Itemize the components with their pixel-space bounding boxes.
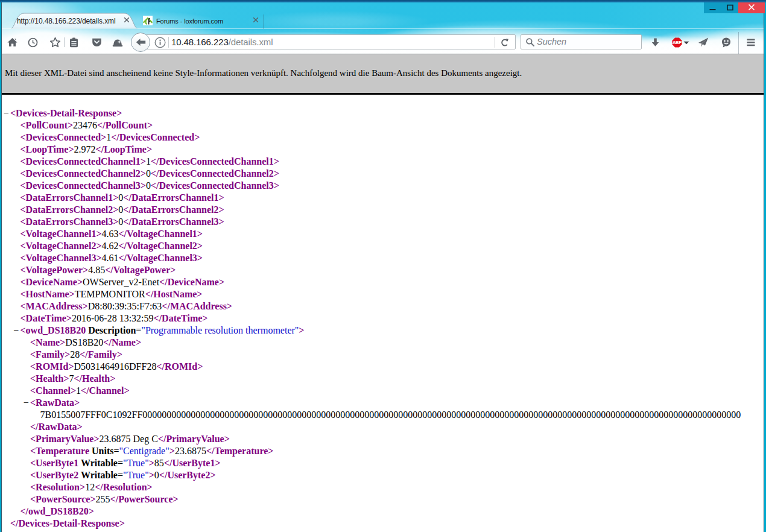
xml-equals: = [136, 325, 141, 335]
tab-inactive[interactable]: Forums - loxforum.com [140, 13, 264, 28]
xml-text: 7B0155007FFF0C1092FF00000000000000000000… [40, 410, 741, 420]
xml-markup: </RawData> [30, 422, 83, 432]
window-border-right [764, 2, 766, 532]
chat-smiley-icon[interactable] [721, 37, 731, 48]
downloads-icon[interactable] [651, 38, 660, 47]
send-plane-icon[interactable] [698, 37, 709, 47]
xml-line: <DevicesConnectedChannel3>0</DevicesConn… [2, 180, 764, 192]
xml-attr-name: Writable [81, 470, 118, 480]
xml-markup: </DevicesConnectedChannel1> [151, 156, 279, 166]
xml-line: <UserByte1 Writable="True">85</UserByte1… [2, 457, 764, 469]
xml-text: 0 [146, 168, 151, 179]
bookmark-star-icon[interactable] [49, 37, 61, 48]
menu-icon[interactable] [747, 39, 755, 46]
xml-equals: = [118, 458, 123, 468]
back-button[interactable] [131, 33, 150, 52]
xml-line: 7B0155007FFF0C1092FF00000000000000000000… [2, 409, 764, 421]
xml-markup: </PowerSource> [110, 494, 179, 504]
url-bar[interactable]: 10.48.166.223/details.xml [140, 34, 516, 49]
loxforum-favicon-icon [143, 16, 153, 25]
xml-text: 0 [146, 180, 151, 191]
xml-text: 28 [70, 349, 80, 359]
window-top-edge [0, 0, 766, 2]
xml-markup: > [169, 446, 175, 456]
xml-text: 2.972 [74, 144, 96, 154]
xml-line: <Health>7</Health> [2, 373, 764, 385]
xml-text: D5031464916DFF28 [74, 361, 156, 372]
xml-markup: </MACAddress> [162, 301, 232, 311]
xml-line: <Temperature Units="Centigrade">23.6875<… [2, 445, 764, 457]
xml-text: 23.6875 Deg C [100, 434, 158, 444]
xml-line: <PowerSource>255</PowerSource> [2, 493, 764, 505]
xml-text: 1 [76, 385, 81, 396]
search-box[interactable]: Suchen [521, 34, 642, 49]
xml-markup: </PrimaryValue> [158, 434, 230, 444]
tab-title: Forums - loxforum.com [156, 17, 247, 25]
xml-line: <DataErrorsChannel2>0</DataErrorsChannel… [2, 204, 764, 216]
xml-markup: <UserByte1 [30, 458, 81, 468]
collapse-expander[interactable]: − [13, 325, 19, 337]
xml-markup: <VoltageChannel3> [21, 253, 102, 263]
xml-line: <DevicesConnectedChannel2>0</DevicesConn… [2, 168, 764, 180]
abp-dropdown-caret-icon[interactable] [683, 41, 689, 45]
xml-markup: > [299, 325, 304, 335]
xml-line: <VoltageChannel2>4.62</VoltageChannel2> [2, 240, 764, 252]
urlbar-separator [168, 37, 169, 48]
xml-markup: <Name> [30, 337, 65, 347]
toolbar-separator [738, 32, 739, 54]
reload-icon[interactable] [499, 37, 510, 48]
xml-markup: </DateTime> [154, 313, 208, 323]
tab-close-icon[interactable] [122, 15, 131, 25]
xml-markup: </VoltagePower> [105, 265, 176, 275]
page-info-icon[interactable] [154, 37, 166, 48]
collapse-expander[interactable]: − [24, 397, 29, 409]
xml-line: <DataErrorsChannel3>0</DataErrorsChannel… [2, 216, 764, 228]
xml-line: <Channel>1</Channel> [2, 385, 764, 397]
xml-markup: </UserByte2> [159, 470, 216, 480]
xml-line: </RawData> [2, 421, 764, 433]
xml-markup: <owd_DS18B20 [21, 325, 89, 335]
collapse-expander[interactable]: − [4, 107, 9, 119]
xml-markup: <DataErrorsChannel2> [21, 204, 119, 215]
xml-text: 1 [146, 156, 151, 166]
xml-text: 23476 [73, 120, 97, 130]
adblock-plus-icon[interactable]: ABP [672, 37, 682, 48]
xml-markup: <Channel> [30, 385, 76, 396]
tab-close-icon[interactable] [251, 15, 261, 25]
xml-line: </owd_DS18B20> [2, 505, 764, 518]
xml-markup: </PollCount> [97, 120, 153, 130]
xml-markup: </Devices-Detail-Response> [10, 518, 125, 528]
session-add-icon[interactable] [112, 37, 123, 47]
xml-markup: <DataErrorsChannel3> [21, 217, 119, 227]
history-icon[interactable] [28, 37, 38, 48]
xml-text: DS18B20 [65, 337, 103, 347]
xml-markup: <DevicesConnectedChannel3> [21, 180, 146, 191]
tab-active[interactable]: http://10.48.166.223/details.xml [10, 13, 138, 28]
xml-markup: <RawData> [30, 397, 80, 408]
xml-text: OWServer_v2-Enet [83, 277, 159, 287]
xml-markup: <DevicesConnectedChannel2> [21, 168, 146, 179]
xml-markup: <DataErrorsChannel1> [21, 192, 119, 203]
xml-tree: −<Devices-Detail-Response><PollCount>234… [2, 95, 764, 532]
xml-line: −<Devices-Detail-Response> [2, 107, 764, 119]
xml-attr-value: "True" [123, 470, 149, 480]
pocket-icon[interactable] [92, 38, 102, 47]
minimize-button[interactable] [704, 1, 721, 13]
xml-markup: </Temperature> [206, 446, 274, 456]
xml-text: TEMPMONITOR [75, 289, 145, 299]
xml-markup: <VoltagePower> [21, 265, 89, 275]
home-icon[interactable] [7, 37, 17, 47]
xml-markup: <Family> [30, 349, 70, 359]
xml-line: <MACAddress>D8:80:39:35:F7:63</MACAddres… [2, 300, 764, 312]
xml-text: 85 [154, 458, 164, 468]
close-button[interactable] [738, 1, 765, 13]
close-icon [748, 4, 755, 11]
xml-line: <DevicesConnected>1</DevicesConnected> [2, 131, 764, 144]
maximize-button[interactable] [721, 1, 738, 13]
xml-attr-name: Description [88, 325, 136, 335]
abp-label: ABP [672, 40, 682, 45]
url-text[interactable]: 10.48.166.223/details.xml [171, 37, 273, 47]
reading-list-icon[interactable] [69, 37, 78, 48]
xml-text: D8:80:39:35:F7:63 [88, 301, 162, 311]
xml-line: <DevicesConnectedChannel1>1</DevicesConn… [2, 156, 764, 168]
